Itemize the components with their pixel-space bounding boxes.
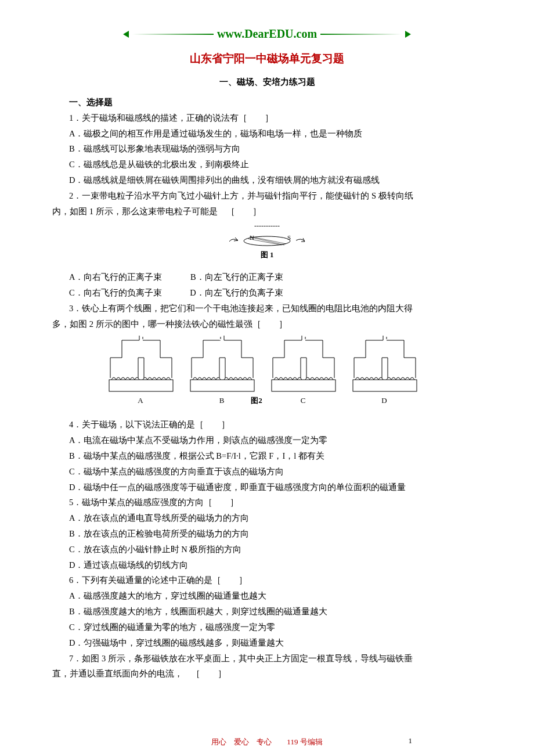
q6-opt-a: A．磁感强度越大的地方，穿过线圈的磁通量也越大 — [52, 588, 482, 604]
q2-opt-b: B．向左飞行的正离子束 — [190, 272, 283, 282]
q4-stem: 4．关于磁场，以下说法正确的是［ ］ — [52, 417, 482, 433]
q7-stem-line1: 7．如图 3 所示，条形磁铁放在水平桌面上，其中央正上方固定一根直导线，导线与磁… — [52, 651, 482, 667]
q2-opt-d: D．向左飞行的负离子束 — [190, 288, 283, 297]
fig2-label-c: C — [301, 396, 306, 405]
fig2-caption: 图2 — [251, 396, 262, 405]
q3-stem-line2: 多，如图 2 所示的图中，哪一种接法铁心的磁性最强［ ］ — [52, 316, 482, 332]
q6-opt-b: B．磁感强度越大的地方，线圈面积越大，则穿过线圈的磁通量越大 — [52, 604, 482, 620]
q1-opt-c: C．磁感线总是从磁铁的北极出发，到南极终止 — [52, 157, 482, 172]
q5-opt-d: D．通过该点磁场线的切线方向 — [52, 557, 482, 573]
q1-opt-a: A．磁极之间的相互作用是通过磁场发生的，磁场和电场一样，也是一种物质 — [52, 126, 482, 142]
logo-text: www.DearEDU.com — [217, 23, 317, 45]
q2-opt-row-1: A．向右飞行的正离子束 B．向左飞行的正离子束 — [52, 269, 482, 285]
fig2-label-d: D — [381, 396, 387, 405]
fig1-label-n: N — [250, 234, 254, 241]
q1-opt-d: D．磁感线就是细铁屑在磁铁周围排列出的曲线，没有细铁屑的地方就没有磁感线 — [52, 172, 482, 188]
page-footer: 用心 爱心 专心 119 号编辑 1 — [52, 734, 482, 750]
fig1-caption: 图 1 — [261, 250, 274, 259]
q5-opt-c: C．放在该点的小磁针静止时 N 极所指的方向 — [52, 542, 482, 557]
fig1-dashes: ----------- — [254, 222, 280, 230]
q2-opt-a: A．向右飞行的正离子束 — [69, 272, 162, 282]
q7-stem-line2: 直，并通以垂直纸面向外的电流， ［ ］ — [52, 666, 482, 682]
q6-opt-d: D．匀强磁场中，穿过线圈的磁感线越多，则磁通量越大 — [52, 635, 482, 651]
page-subtitle: 一、磁场、安培力练习题 — [52, 74, 482, 90]
logo-swoosh-left-icon — [132, 30, 214, 38]
q6-opt-c: C．穿过线圈的磁通量为零的地方，磁感强度一定为零 — [52, 620, 482, 635]
q6-stem: 6．下列有关磁通量的论述中正确的是［ ］ — [52, 573, 482, 588]
fig2-label-b: B — [219, 396, 225, 405]
q1-opt-b: B．磁感线可以形象地表现磁场的强弱与方向 — [52, 141, 482, 157]
q4-opt-a: A．电流在磁场中某点不受磁场力作用，则该点的磁感强度一定为零 — [52, 433, 482, 448]
footer-page-number: 1 — [409, 734, 413, 748]
figure-2: A B 图2 C D — [52, 334, 482, 415]
q2-opt-c: C．向右飞行的负离子束 — [69, 288, 162, 297]
q5-opt-b: B．放在该点的正检验电荷所受的磁场力的方向 — [52, 526, 482, 542]
q2-stem-line1: 2．一束带电粒子沿水平方向飞过小磁针上方，并与磁针指向平行，能使磁针的 S 极转… — [52, 188, 482, 204]
q4-opt-b: B．磁场中某点的磁感强度，根据公式 B=F/I·l，它跟 F，I，l 都有关 — [52, 448, 482, 464]
site-logo: www.DearEDU.com — [52, 23, 482, 45]
section-heading-1: 一、选择题 — [52, 95, 482, 110]
q2-opt-row-2: C．向右飞行的负离子束 D．向左飞行的负离子束 — [52, 285, 482, 301]
logo-arrow-right-icon — [405, 31, 411, 38]
q4-opt-d: D．磁场中任一点的磁感强度等于磁通密度，即垂直于磁感强度方向的单位面积的磁通量 — [52, 480, 482, 495]
q5-stem: 5．磁场中某点的磁感应强度的方向［ ］ — [52, 495, 482, 510]
svg-rect-17 — [109, 380, 173, 391]
logo-arrow-left-icon — [123, 31, 129, 38]
q4-opt-c: C．磁场中某点的磁感强度的方向垂直于该点的磁场方向 — [52, 464, 482, 480]
fig2-label-a: A — [138, 396, 143, 405]
page-title: 山东省宁阳一中磁场单元复习题 — [52, 48, 482, 69]
figure-1: ----------- N S 图 1 — [52, 221, 482, 267]
footer-motto: 用心 爱心 专心 119 号编辑 — [211, 737, 322, 746]
svg-line-1 — [250, 237, 284, 245]
q3-stem-line1: 3．铁心上有两个线圈，把它们和一个干电池连接起来，已知线圈的电阻比电池的内阻大得 — [52, 301, 482, 316]
q1-stem: 1．关于磁场和磁感线的描述，正确的说法有［ ］ — [52, 110, 482, 126]
q2-stem-line2: 内，如图 1 所示，那么这束带电粒子可能是 ［ ］ — [52, 204, 482, 219]
fig1-label-s: S — [287, 234, 291, 241]
q5-opt-a: A．放在该点的通电直导线所受的磁场力的方向 — [52, 510, 482, 526]
logo-swoosh-right-icon — [320, 30, 402, 38]
